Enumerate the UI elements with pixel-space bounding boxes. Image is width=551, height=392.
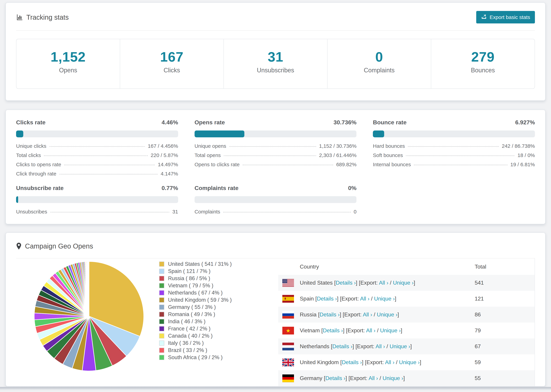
country-cell: Russia [Details ›] [Export: All › / Uniq… xyxy=(278,311,475,319)
country-cell: Spain [Details ›] [Export: All › / Uniqu… xyxy=(278,295,475,303)
rate-stat-label: Complaints xyxy=(195,209,220,214)
table-row-germany: Germany [Details ›] [Export: All › / Uni… xyxy=(278,370,535,386)
export-unique-link-us[interactable]: Unique › xyxy=(393,280,414,286)
details-link-es[interactable]: Details › xyxy=(317,295,337,302)
legend-swatch xyxy=(159,341,164,346)
country-cell: United States [Details ›] [Export: All ›… xyxy=(278,279,475,287)
legend-label: Germany ( 55 / 3% ) xyxy=(168,304,216,310)
country-name: Russia xyxy=(300,311,317,318)
rate-stat-value: 0 xyxy=(354,209,357,214)
country-total: 86 xyxy=(475,311,535,318)
bar-chart-icon xyxy=(16,14,23,21)
legend-swatch xyxy=(159,276,164,281)
flag-icon-nl xyxy=(282,343,294,350)
stat-label: Complaints xyxy=(327,66,431,75)
summary-stat-unsubscribes: 31Unsubscribes xyxy=(224,39,327,88)
flag-icon-us xyxy=(282,279,294,287)
legend-label: Brazil ( 33 / 2% ) xyxy=(168,347,207,353)
export-unique-link-ru[interactable]: Unique › xyxy=(377,311,397,318)
dotted-leader xyxy=(414,165,507,165)
rate-stat-label: Total clicks xyxy=(16,153,41,158)
table-row-vietnam: Vietnam [Details ›] [Export: All › / Uni… xyxy=(278,322,535,338)
pie-slice-other-37[interactable] xyxy=(89,261,89,316)
export-all-link-gb[interactable]: All › xyxy=(385,359,395,365)
details-link-de[interactable]: Details › xyxy=(325,375,345,381)
rate-value: 0% xyxy=(348,185,356,191)
export-all-link-nl[interactable]: All › xyxy=(376,343,385,350)
export-unique-link-vn[interactable]: Unique › xyxy=(380,327,401,334)
table-row-russia: Russia [Details ›] [Export: All › / Uniq… xyxy=(278,307,535,322)
rate-stat-label: Unique opens xyxy=(195,143,226,149)
details-link-gb[interactable]: Details › xyxy=(342,359,362,365)
rate-value: 30.736% xyxy=(333,119,356,126)
legend-swatch xyxy=(159,319,164,324)
legend-swatch xyxy=(159,290,164,295)
details-link-nl[interactable]: Details › xyxy=(332,343,352,350)
country-total: 79 xyxy=(475,327,535,334)
dotted-leader xyxy=(59,174,158,175)
rate-block-complaints-rate: Complaints rate0%Complaints0 xyxy=(195,185,357,214)
dotted-leader xyxy=(49,146,145,147)
geo-country-table: Country Total United States [Details ›] … xyxy=(278,259,535,386)
export-unique-link-de[interactable]: Unique › xyxy=(383,375,403,381)
rate-value: 4.46% xyxy=(162,119,178,126)
dotted-leader xyxy=(223,212,351,212)
details-link-ru[interactable]: Details › xyxy=(320,311,340,318)
stat-label: Unsubscribes xyxy=(224,66,327,75)
rate-block-bounce-rate: Bounce rate6.927%Hard bounces242 / 86.73… xyxy=(373,119,535,176)
page-title: Tracking stats xyxy=(26,12,69,22)
export-unique-link-es[interactable]: Unique › xyxy=(374,295,395,302)
country-cell: Netherlands [Details ›] [Export: All › /… xyxy=(278,343,475,350)
rate-stat-value: 18 / 0% xyxy=(517,153,535,158)
table-header-row: Country Total xyxy=(278,259,535,275)
viewport-cutoff-shadow xyxy=(0,387,551,392)
country-row-text: Germany [Details ›] [Export: All › / Uni… xyxy=(300,375,405,381)
country-total: 541 xyxy=(475,280,535,286)
country-row-text: United Kingdom [Details ›] [Export: All … xyxy=(300,359,421,365)
export-all-link-de[interactable]: All › xyxy=(369,375,378,381)
country-name: United States xyxy=(300,280,333,286)
stat-label: Opens xyxy=(16,66,120,75)
legend-item-spain: Spain ( 121 / 7% ) xyxy=(159,268,259,274)
country-cell: Germany [Details ›] [Export: All › / Uni… xyxy=(278,374,475,382)
country-name: Spain xyxy=(300,295,314,302)
tracking-stats-card: Tracking stats Export basic stats 1,152O… xyxy=(6,2,545,101)
legend-swatch xyxy=(159,348,164,353)
stat-value: 1,152 xyxy=(16,49,120,65)
dotted-leader xyxy=(243,165,333,165)
legend-swatch xyxy=(159,326,164,331)
rate-stat-label: Total opens xyxy=(195,153,221,158)
legend-item-romania: Romania ( 49 / 3% ) xyxy=(159,311,259,317)
rate-stat-value: 2,303 / 61.446% xyxy=(319,153,357,158)
legend-item-united-kingdom: United Kingdom ( 59 / 3% ) xyxy=(159,297,259,303)
export-all-link-us[interactable]: All › xyxy=(379,280,388,286)
legend-item-russia: Russia ( 86 / 5% ) xyxy=(159,275,259,281)
details-link-vn[interactable]: Details › xyxy=(323,327,343,334)
export-basic-stats-button[interactable]: Export basic stats xyxy=(476,11,535,23)
rate-title: Opens rate xyxy=(195,119,225,126)
legend-label: India ( 46 / 3% ) xyxy=(168,319,205,324)
legend-label: Vietnam ( 79 / 5% ) xyxy=(168,283,213,288)
rate-stat-value: 242 / 86.738% xyxy=(502,143,535,149)
rate-stat-label: Click through rate xyxy=(16,171,56,176)
country-row-text: Vietnam [Details ›] [Export: All › / Uni… xyxy=(300,327,402,334)
legend-item-germany: Germany ( 55 / 3% ) xyxy=(159,304,259,310)
rate-stat-value: 689.82% xyxy=(336,162,356,167)
export-unique-link-nl[interactable]: Unique › xyxy=(390,343,410,350)
export-all-link-vn[interactable]: All › xyxy=(366,327,375,334)
export-all-link-es[interactable]: All › xyxy=(360,295,369,302)
legend-item-brazil: Brazil ( 33 / 2% ) xyxy=(159,347,259,353)
export-unique-link-gb[interactable]: Unique › xyxy=(399,359,420,365)
export-button-label: Export basic stats xyxy=(490,14,530,20)
legend-swatch xyxy=(159,355,164,360)
rate-title: Complaints rate xyxy=(195,185,239,191)
details-link-us[interactable]: Details › xyxy=(336,280,356,286)
rate-stat-value: 4.147% xyxy=(161,171,178,176)
tracking-stats-title: Tracking stats xyxy=(16,12,69,22)
rate-stat-label: Soft bounces xyxy=(373,153,403,158)
export-all-link-ru[interactable]: All › xyxy=(363,311,372,318)
country-row-text: United States [Details ›] [Export: All ›… xyxy=(300,280,415,286)
rate-stat-value: 31 xyxy=(172,209,178,214)
progress-bar-unsubscribe-rate xyxy=(16,196,178,203)
legend-label: Netherlands ( 67 / 4% ) xyxy=(168,290,223,296)
